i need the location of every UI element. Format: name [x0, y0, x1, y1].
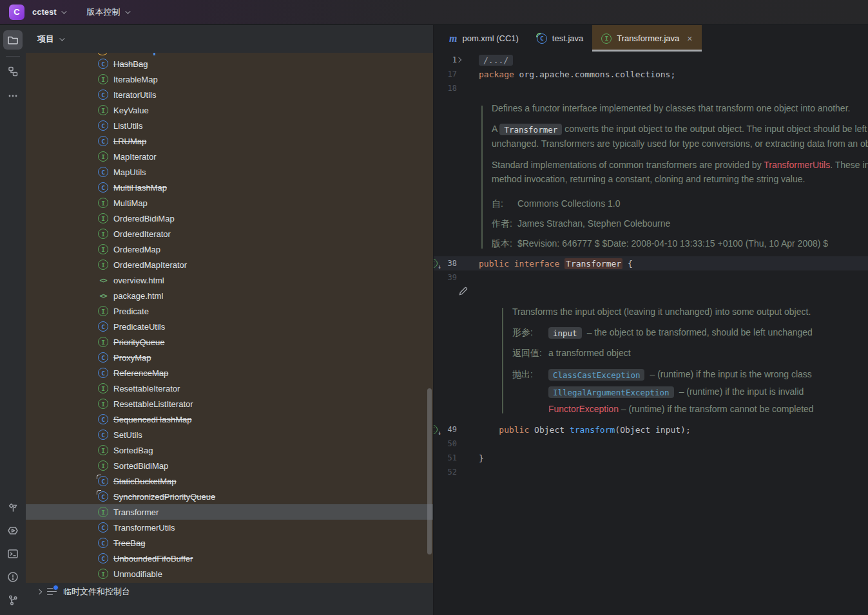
tree-item[interactable]: CProxyMap: [26, 350, 433, 365]
tree-item[interactable]: CSetUtils: [26, 427, 433, 442]
interface-icon: I: [98, 105, 108, 115]
tab-test-java[interactable]: C test.java: [528, 25, 592, 52]
tree-item[interactable]: ITransformer: [26, 504, 433, 520]
tree-item-label: HashBag: [113, 59, 148, 69]
tab-transformer-java[interactable]: I Transformer.java ×: [592, 25, 701, 52]
doc-link[interactable]: TransformerUtils: [764, 160, 830, 170]
tree-item[interactable]: CUnboundedFifoBuffer: [26, 551, 433, 566]
tree-item[interactable]: ISortedBidiMap: [26, 458, 433, 473]
tree-item-label: IterableMap: [113, 75, 158, 84]
class-icon: C: [98, 136, 108, 146]
editor-pane: m pom.xml (CC1) C test.java I Transforme…: [433, 25, 868, 615]
tree-item[interactable]: CHashBag: [26, 56, 433, 71]
project-tree: CHashBagIIterableMapCIteratorUtilsIKeyVa…: [26, 53, 433, 583]
vcs-widget[interactable]: 版本控制: [83, 4, 133, 21]
tree-item-label: MultiMap: [113, 198, 148, 208]
tree-item[interactable]: IOrderedIterator: [26, 226, 433, 241]
tree-item[interactable]: IOrderedMap: [26, 241, 433, 257]
problems-tool-button[interactable]: [3, 567, 23, 587]
class-icon: C: [98, 522, 108, 533]
tree-item-label: OrderedMap: [113, 245, 160, 254]
code-text: Object: [529, 425, 570, 435]
tree-item[interactable]: CMultiHashMap: [26, 180, 433, 195]
tree-item[interactable]: CSequencedHashMap: [26, 412, 433, 427]
project-panel-header[interactable]: 项目: [26, 25, 433, 53]
doc-version-row: 版本:$Revision: 646777 $ $Date: 2008-04-10…: [492, 237, 868, 250]
close-icon[interactable]: ×: [687, 33, 692, 44]
class-icon: C: [98, 321, 108, 332]
services-tool-button[interactable]: [3, 521, 23, 540]
tree-item[interactable]: CPredicateUtils: [26, 319, 433, 334]
tree-item[interactable]: CListUtils: [26, 118, 433, 133]
implementations-gutter-icon[interactable]: I: [433, 259, 438, 268]
tree-item[interactable]: IKeyValue: [26, 102, 433, 118]
scratches-icon: [47, 587, 57, 596]
tree-item-label: ResettableListIterator: [113, 399, 193, 409]
project-tool-button[interactable]: [3, 30, 23, 50]
tab-pom-xml[interactable]: m pom.xml (CC1): [440, 25, 528, 52]
line-number: 17: [448, 70, 457, 79]
scratches-section[interactable]: 临时文件和控制台: [26, 583, 433, 600]
code-line-39: 39: [434, 270, 868, 285]
tree-item[interactable]: IMultiMap: [26, 195, 433, 211]
java-class-run-icon: C: [537, 33, 547, 44]
build-tool-button[interactable]: [3, 498, 23, 517]
tree-item-label: UnboundedFifoBuffer: [113, 554, 193, 563]
fold-expand-icon[interactable]: [456, 57, 461, 62]
doc-returns-row: 返回值: a transformed object: [512, 346, 868, 360]
git-tool-button[interactable]: [3, 591, 23, 610]
doc-link[interactable]: FunctorException: [548, 404, 619, 414]
structure-tool-button[interactable]: [3, 62, 23, 81]
intention-bulb-icon[interactable]: [484, 244, 492, 255]
folded-comment[interactable]: /.../: [479, 55, 513, 66]
tree-item[interactable]: <>overview.html: [26, 272, 433, 288]
tree-item[interactable]: CSynchronizedPriorityQueue: [26, 489, 433, 504]
doc-paragraph: Transforms the input object (leaving it …: [512, 305, 868, 319]
tab-label: Transformer.java: [617, 33, 679, 43]
tree-item-label: PriorityQueue: [113, 337, 164, 347]
tree-item-label: ResettableIterator: [113, 384, 180, 393]
tree-scrollbar[interactable]: [427, 388, 432, 554]
tree-item[interactable]: CStaticBucketMap: [26, 473, 433, 489]
tree-item[interactable]: IOrderedBidiMap: [26, 211, 433, 226]
tree-item-label: TreeBag: [113, 538, 145, 548]
tree-item[interactable]: CMapUtils: [26, 164, 433, 180]
project-widget[interactable]: cctest: [28, 5, 69, 19]
tree-item[interactable]: IMapIterator: [26, 149, 433, 164]
terminal-tool-button[interactable]: [3, 544, 23, 563]
implementations-gutter-icon[interactable]: I: [433, 425, 438, 434]
tree-item[interactable]: <>package.html: [26, 288, 433, 303]
tree-item[interactable]: IOrderedMapIterator: [26, 257, 433, 272]
line-number: 39: [448, 273, 457, 282]
line-number: 51: [448, 453, 457, 462]
editor-tab-bar: m pom.xml (CC1) C test.java I Transforme…: [434, 25, 868, 52]
tree-item[interactable]: CLRUMap: [26, 133, 433, 149]
pencil-icon[interactable]: [458, 286, 468, 296]
tree-item[interactable]: IResettableIterator: [26, 381, 433, 396]
terminal-icon: [6, 547, 19, 560]
tree-item[interactable]: IResettableListIterator: [26, 396, 433, 412]
interface-icon: I: [98, 399, 108, 409]
code-line-49: 49 I public Object transform(Object inpu…: [434, 422, 868, 437]
tree-item[interactable]: IPredicate: [26, 303, 433, 319]
tree-item[interactable]: IPriorityQueue: [26, 334, 433, 350]
code-line-38: 38 I public interface Transformer {: [434, 256, 868, 270]
class-icon: C: [98, 182, 108, 193]
tree-item[interactable]: CTransformerUtils: [26, 520, 433, 535]
tree-item[interactable]: CReferenceMap: [26, 365, 433, 381]
tree-item[interactable]: IIterableMap: [26, 71, 433, 87]
more-tools-button[interactable]: [3, 86, 23, 106]
tree-item[interactable]: CIteratorUtils: [26, 87, 433, 102]
code-line-51: 51 }: [434, 451, 868, 465]
project-name: cctest: [32, 7, 57, 17]
class-icon: C: [98, 352, 108, 363]
chevron-down-icon: [125, 8, 130, 14]
tree-item[interactable]: IUnmodifiable: [26, 566, 433, 582]
project-panel: 项目 CHashBagIIterableMapCIteratorUtilsIKe…: [26, 25, 433, 615]
title-bar: C cctest 版本控制: [0, 0, 868, 24]
tree-item[interactable]: CTreeBag: [26, 535, 433, 551]
tree-item-label: ProxyMap: [113, 353, 151, 363]
tree-item[interactable]: ISortedBag: [26, 442, 433, 458]
doc-paragraph: unchanged. Transformers are typically us…: [492, 137, 868, 151]
code-editor[interactable]: 1 /.../ 17 package org.apache.commons.co…: [434, 52, 868, 615]
